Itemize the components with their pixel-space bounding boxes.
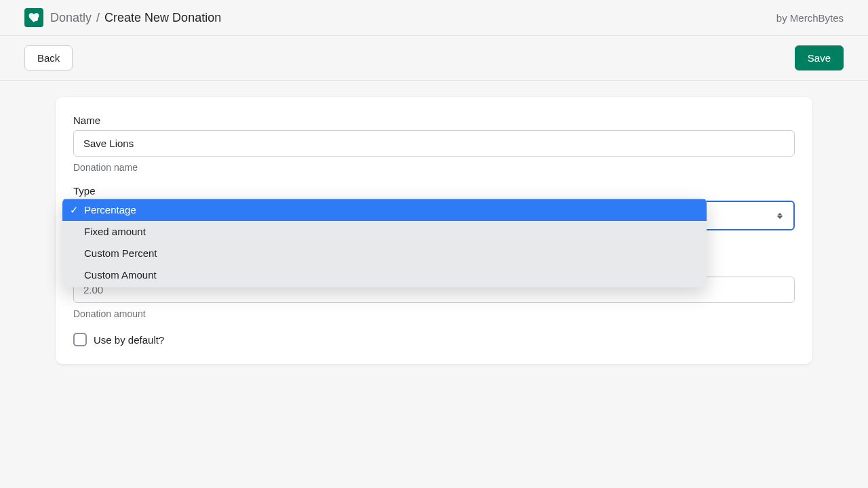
action-bar: Back Save <box>0 36 868 81</box>
type-option-label: Custom Percent <box>84 245 157 262</box>
name-field: Name Donation name <box>73 115 795 173</box>
type-option-label: Fixed amount <box>84 224 146 240</box>
amount-helper: Donation amount <box>73 308 795 319</box>
name-label: Name <box>73 115 795 126</box>
chevron-updown-icon <box>776 213 784 219</box>
type-option-label: Percentage <box>84 202 136 218</box>
page-title: Create New Donation <box>104 11 221 24</box>
type-select-wrap: ✓ Percentage Fixed amount Custom Percent… <box>73 201 795 230</box>
type-dropdown: ✓ Percentage Fixed amount Custom Percent… <box>62 198 707 287</box>
type-option-custom-percent[interactable]: Custom Percent <box>62 243 707 264</box>
breadcrumb-separator: / <box>96 11 100 24</box>
name-input[interactable] <box>73 130 795 157</box>
type-field: Type ✓ Percentage Fixed a <box>73 185 795 230</box>
default-checkbox[interactable] <box>73 333 87 346</box>
default-label: Use by default? <box>94 334 164 346</box>
type-option-percentage[interactable]: ✓ Percentage <box>62 199 707 221</box>
name-helper: Donation name <box>73 162 795 173</box>
svg-point-0 <box>34 17 38 21</box>
header-left: Donatly / Create New Donation <box>24 8 221 27</box>
app-logo <box>24 8 43 27</box>
attribution: by MerchBytes <box>776 12 844 24</box>
default-field: Use by default? <box>73 333 795 346</box>
type-label: Type <box>73 185 795 197</box>
breadcrumb-app[interactable]: Donatly <box>50 11 92 24</box>
check-icon: ✓ <box>69 202 79 218</box>
app-header: Donatly / Create New Donation by MerchBy… <box>0 0 868 36</box>
breadcrumb: Donatly / Create New Donation <box>50 11 221 25</box>
heart-hand-icon <box>28 12 40 24</box>
form-card: Name Donation name Type ✓ Percentage <box>56 97 812 364</box>
content-area: Name Donation name Type ✓ Percentage <box>0 81 868 405</box>
type-option-label: Custom Amount <box>84 267 157 283</box>
back-button[interactable]: Back <box>24 45 73 70</box>
type-option-fixed-amount[interactable]: Fixed amount <box>62 221 707 243</box>
type-option-custom-amount[interactable]: Custom Amount <box>62 264 707 286</box>
save-button[interactable]: Save <box>795 45 844 70</box>
